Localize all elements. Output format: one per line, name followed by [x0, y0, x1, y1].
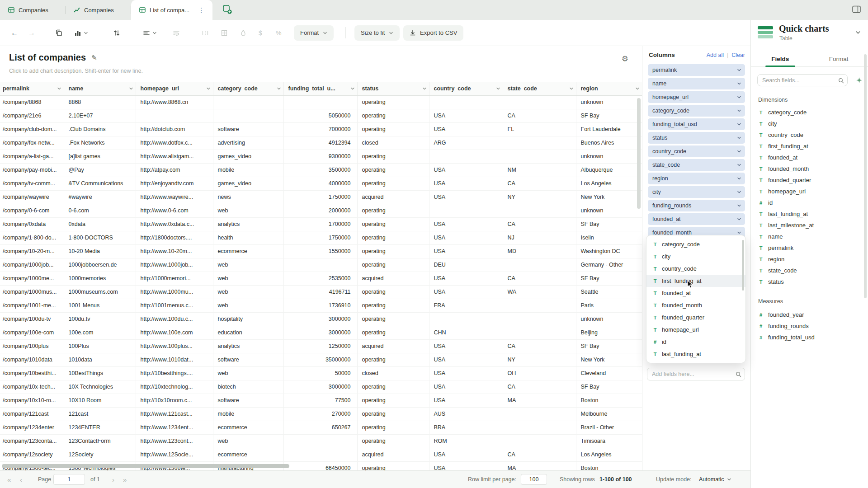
cell[interactable]: 12Society	[64, 448, 136, 461]
cell[interactable]: Boston	[576, 394, 642, 407]
cell[interactable]: http://www.121cast...	[136, 407, 213, 421]
cell[interactable]: [a]list games	[64, 150, 136, 163]
cell[interactable]: CA	[503, 177, 576, 190]
cell[interactable]: /company/21e6	[0, 109, 64, 122]
cell[interactable]: 1001 Menus	[64, 299, 136, 312]
cell[interactable]: /company/0xdata	[0, 217, 64, 231]
cell[interactable]: 1-800-DOCTORS	[64, 231, 136, 244]
cell[interactable]: Brazil - Other	[576, 421, 642, 434]
cell[interactable]: USA	[429, 461, 503, 470]
cell[interactable]: .Fox Networks	[64, 136, 136, 150]
cell[interactable]: Germany - Other	[576, 258, 642, 272]
cell[interactable]	[503, 312, 576, 326]
cell[interactable]: Iselin	[576, 231, 642, 244]
dropdown-scrollbar[interactable]	[742, 240, 744, 291]
chevron-down-icon[interactable]	[496, 86, 500, 91]
cell[interactable]: 35000000	[283, 353, 357, 366]
cell[interactable]: Los Angeles	[576, 448, 642, 461]
tab-fields[interactable]: Fields	[751, 52, 810, 66]
cell[interactable]: 0-6.com	[64, 204, 136, 217]
cell[interactable]: advertising	[213, 136, 283, 150]
measure-funding-total-usd[interactable]: #funding_total_usd	[758, 332, 863, 343]
table-vertical-scrollbar[interactable]	[637, 98, 641, 209]
cell[interactable]	[503, 434, 576, 448]
cell[interactable]: /company/8868	[0, 95, 64, 109]
cell[interactable]: Fort Lauderdale	[576, 122, 642, 136]
cell[interactable]: 1736910	[283, 299, 357, 312]
cell[interactable]: NY	[503, 190, 576, 204]
cell[interactable]: New York	[576, 190, 642, 204]
cell[interactable]	[429, 312, 503, 326]
cell[interactable]: http://www.123cont...	[136, 434, 213, 448]
cell[interactable]: USA	[429, 163, 503, 177]
cell[interactable]: FRA	[429, 299, 503, 312]
column-pill-homepage-url[interactable]: homepage_url	[648, 91, 745, 103]
cell[interactable]: 1000museums.com	[64, 285, 136, 299]
cell[interactable]: ecommerce	[213, 244, 283, 258]
cell[interactable]: http://www.1000mu...	[136, 285, 213, 299]
field-option-id[interactable]: #id	[646, 336, 745, 348]
column-pill-country-code[interactable]: country_code	[648, 145, 745, 157]
cell[interactable]: Buenos Aires	[576, 136, 642, 150]
cell[interactable]: 1000memories	[64, 272, 136, 285]
cell[interactable]: /company/1000mus...	[0, 285, 64, 299]
cell[interactable]: /company/club-dom...	[0, 122, 64, 136]
collapse-panel-icon[interactable]	[855, 30, 861, 35]
cell[interactable]: 2.10E+07	[64, 109, 136, 122]
cell[interactable]: software	[213, 353, 283, 366]
dimension-category-code[interactable]: Tcategory_code	[758, 107, 863, 118]
add-all-link[interactable]: Add all	[707, 52, 724, 58]
tab-format[interactable]: Format	[810, 52, 868, 66]
cell[interactable]: acquired	[357, 448, 429, 461]
cell[interactable]: web	[213, 285, 283, 299]
cell[interactable]: unknown	[576, 312, 642, 326]
dimension-name[interactable]: Tname	[758, 231, 863, 242]
cell[interactable]: 1000jobboersen.de	[64, 258, 136, 272]
cell[interactable]: operating	[357, 258, 429, 272]
cell[interactable]: 1750000	[283, 190, 357, 204]
cell[interactable]: 7000000	[283, 122, 357, 136]
column-pill-region[interactable]: region	[648, 173, 745, 184]
cell[interactable]: /company/1010data	[0, 353, 64, 366]
undo-button[interactable]: ←	[11, 29, 18, 37]
cell[interactable]: ecommerce	[213, 421, 283, 434]
dimension-id[interactable]: #id	[758, 197, 863, 208]
redo-button[interactable]: →	[28, 29, 35, 37]
dimension-last-funding-at[interactable]: Tlast_funding_at	[758, 208, 863, 220]
cell[interactable]: SF Bay	[576, 217, 642, 231]
cell[interactable]: USA	[429, 217, 503, 231]
cell[interactable]: closed	[357, 136, 429, 150]
cell[interactable]: CA	[503, 109, 576, 122]
field-option-country-code[interactable]: Tcountry_code	[646, 263, 745, 275]
cell[interactable]: operating	[357, 244, 429, 258]
cell[interactable]: 3500000	[283, 163, 357, 177]
chevron-down-icon[interactable]	[350, 86, 355, 91]
chevron-down-icon[interactable]	[422, 86, 427, 91]
cell[interactable]: http://dotclub.com	[136, 122, 213, 136]
cell[interactable]: http://atpay.com	[136, 163, 213, 177]
cell[interactable]: 100du.tv	[64, 312, 136, 326]
sort-button[interactable]	[113, 29, 120, 37]
export-csv-button[interactable]: Export to CSV	[403, 25, 463, 41]
table-horizontal-scrollbar[interactable]	[2, 464, 289, 468]
cell[interactable]: MD	[503, 244, 576, 258]
column-header-funding-total-u[interactable]: funding_total_u...	[283, 82, 357, 95]
alignment-button[interactable]	[143, 29, 157, 37]
cell[interactable]	[429, 95, 503, 109]
cell[interactable]: 121cast	[64, 407, 136, 421]
cell[interactable]: SF Bay	[576, 272, 642, 285]
previous-page-button[interactable]: ‹	[20, 476, 22, 483]
cell[interactable]: CA	[503, 272, 576, 285]
cell[interactable]: biotech	[213, 380, 283, 394]
first-page-button[interactable]: «	[7, 476, 11, 483]
cell[interactable]: operating	[357, 204, 429, 217]
cell[interactable]	[136, 109, 213, 122]
dimension-homepage-url[interactable]: Thomepage_url	[758, 186, 863, 197]
update-mode-select[interactable]: Automatic	[699, 476, 731, 483]
cell[interactable]: 2000000	[283, 204, 357, 217]
field-option-founded-at[interactable]: Tfounded_at	[646, 287, 745, 299]
chevron-down-icon[interactable]	[57, 86, 61, 91]
cell[interactable]: ecommerce	[213, 448, 283, 461]
cell[interactable]: http://www.12Socie...	[136, 448, 213, 461]
cell[interactable]: #waywire	[64, 190, 136, 204]
